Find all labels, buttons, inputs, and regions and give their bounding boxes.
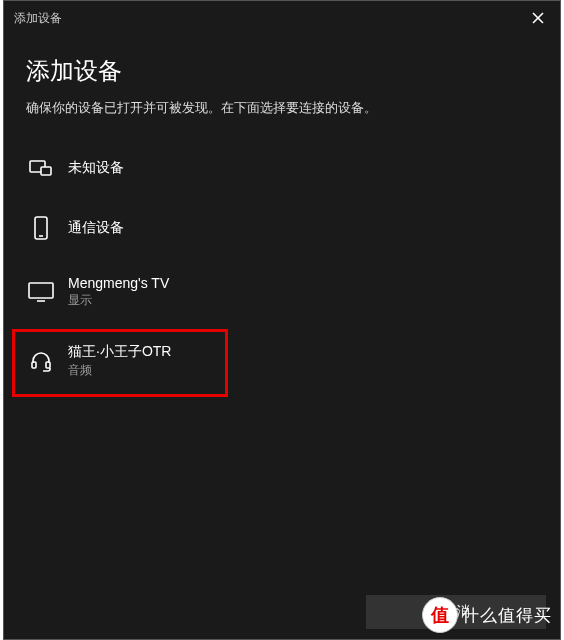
device-item-unknown[interactable]: 未知设备 bbox=[26, 143, 538, 193]
svg-rect-3 bbox=[41, 167, 51, 175]
display-small-icon bbox=[28, 155, 54, 181]
device-name: Mengmeng's TV bbox=[68, 275, 169, 291]
svg-rect-9 bbox=[46, 362, 50, 368]
phone-icon bbox=[28, 215, 54, 241]
device-item-comm[interactable]: 通信设备 bbox=[26, 203, 538, 253]
dialog-title: 添加设备 bbox=[14, 10, 62, 27]
device-name: 未知设备 bbox=[68, 159, 124, 177]
device-type: 显示 bbox=[68, 292, 169, 309]
svg-rect-6 bbox=[29, 283, 53, 298]
cancel-button[interactable]: 取消 bbox=[366, 595, 546, 629]
dialog-footer: 取消 bbox=[4, 585, 560, 639]
page-subtitle: 确保你的设备已打开并可被发现。在下面选择要连接的设备。 bbox=[26, 99, 538, 117]
device-item-otr[interactable]: 猫王·小王子OTR 音频 bbox=[26, 331, 538, 391]
dialog-content: 添加设备 确保你的设备已打开并可被发现。在下面选择要连接的设备。 未知设备 通信… bbox=[4, 35, 560, 585]
add-device-dialog: 添加设备 添加设备 确保你的设备已打开并可被发现。在下面选择要连接的设备。 未知… bbox=[3, 0, 561, 640]
device-name: 通信设备 bbox=[68, 219, 124, 237]
display-icon bbox=[28, 279, 54, 305]
device-name: 猫王·小王子OTR bbox=[68, 343, 171, 361]
page-title: 添加设备 bbox=[26, 55, 538, 87]
device-type: 音频 bbox=[68, 362, 171, 379]
titlebar: 添加设备 bbox=[4, 1, 560, 35]
device-list: 未知设备 通信设备 Mengmeng's TV 显示 bbox=[26, 143, 538, 401]
headset-icon bbox=[28, 348, 54, 374]
device-item-tv[interactable]: Mengmeng's TV 显示 bbox=[26, 263, 538, 321]
close-icon bbox=[532, 12, 544, 24]
svg-rect-8 bbox=[32, 362, 36, 368]
close-button[interactable] bbox=[516, 1, 560, 35]
